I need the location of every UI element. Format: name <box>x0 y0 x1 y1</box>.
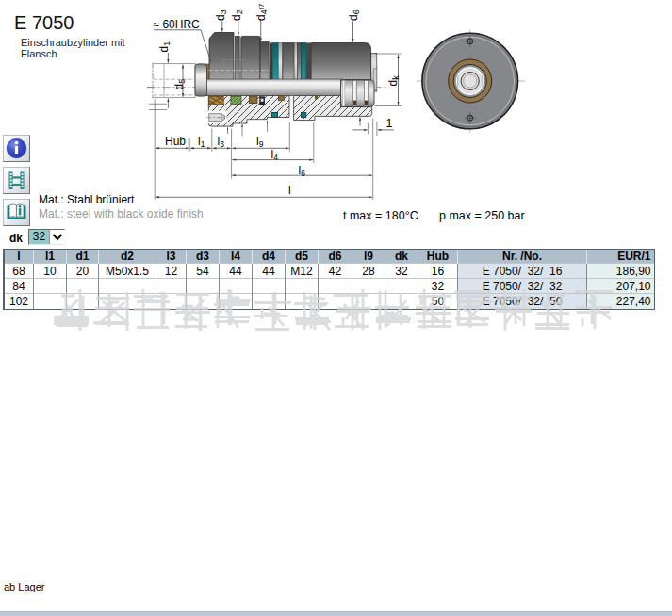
svg-text:d6: d6 <box>347 9 361 21</box>
svg-text:d1: d1 <box>157 41 172 53</box>
svg-text:d4f7: d4f7 <box>254 3 269 21</box>
svg-text:l: l <box>288 184 291 197</box>
svg-text:1: 1 <box>386 117 393 130</box>
svg-text:l6: l6 <box>299 164 306 178</box>
svg-text:Hub: Hub <box>165 135 186 148</box>
svg-text:dk: dk <box>386 75 401 87</box>
svg-text:l3: l3 <box>218 135 225 149</box>
svg-text:≈ 60HRC: ≈ 60HRC <box>154 18 201 31</box>
svg-text:l1: l1 <box>198 135 205 149</box>
svg-text:d2: d2 <box>230 9 244 21</box>
svg-text:d3: d3 <box>214 9 228 21</box>
svg-text:l4: l4 <box>271 148 279 162</box>
svg-text:l9: l9 <box>256 135 264 149</box>
